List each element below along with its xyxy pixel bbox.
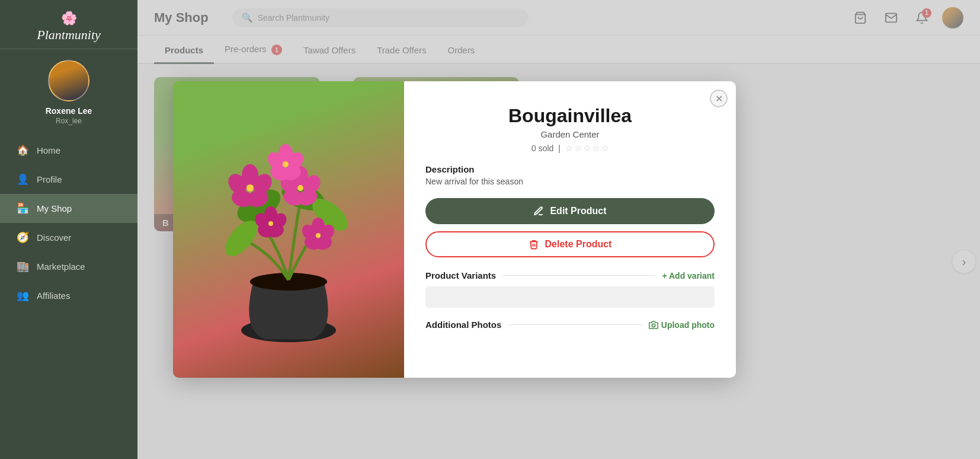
sold-count: 0 sold: [531, 144, 553, 153]
sidebar-item-label-home: Home: [37, 145, 60, 155]
logo-text: Plantmunity: [37, 27, 101, 43]
variants-divider: [503, 275, 655, 276]
modal-product-name: Bougainvillea: [425, 105, 715, 127]
description-label: Description: [425, 164, 715, 174]
avatar[interactable]: [48, 60, 89, 101]
photos-header: Additional Photos Upload photo: [425, 320, 715, 330]
star-1: ☆: [565, 143, 573, 154]
sidebar-item-discover[interactable]: 🧭 Discover: [0, 223, 137, 252]
edit-product-button[interactable]: Edit Product: [425, 198, 715, 224]
marketplace-icon: 🏬: [17, 260, 28, 273]
product-modal: ✕ Bougainvillea Garden Center 0 sold | ☆…: [173, 81, 736, 378]
svg-point-39: [283, 161, 289, 167]
sidebar-item-label-marketplace: Marketplace: [37, 262, 85, 272]
main-content: My Shop 🔍 1: [137, 0, 980, 459]
profile-icon: 👤: [17, 173, 28, 186]
edit-icon: [533, 206, 544, 216]
sidebar-item-profile[interactable]: 👤 Profile: [0, 165, 137, 194]
stats-divider: |: [558, 144, 561, 153]
svg-point-27: [246, 184, 254, 192]
star-rating: ☆ ☆ ☆ ☆ ☆: [565, 143, 609, 154]
variants-label: Product Variants: [425, 270, 496, 280]
star-3: ☆: [583, 143, 591, 154]
myshop-icon: 🏪: [17, 202, 28, 215]
add-variant-button[interactable]: + Add variant: [662, 271, 715, 280]
camera-icon: [649, 320, 658, 330]
sidebar-item-label-affiliates: Affiliates: [37, 291, 70, 301]
modal-image-side: [173, 81, 404, 378]
svg-point-45: [268, 221, 273, 226]
star-2: ☆: [574, 143, 582, 154]
modal-backdrop[interactable]: ✕ Bougainvillea Garden Center 0 sold | ☆…: [137, 0, 980, 459]
discover-icon: 🧭: [17, 231, 28, 244]
sidebar-navigation: 🏠 Home 👤 Profile 🏪 My Shop 🧭 Discover 🏬 …: [0, 136, 137, 310]
svg-point-33: [297, 185, 303, 191]
sidebar-item-marketplace[interactable]: 🏬 Marketplace: [0, 252, 137, 281]
sidebar: 🌸 Plantmunity Roxene Lee Rox_lee 🏠 Home …: [0, 0, 137, 459]
logo-icon: 🌸: [61, 11, 77, 26]
sidebar-item-label-profile: Profile: [37, 174, 62, 184]
modal-flower-image: [173, 81, 404, 378]
star-4: ☆: [592, 143, 600, 154]
sidebar-item-label-myshop: My Shop: [37, 203, 72, 213]
sidebar-item-label-discover: Discover: [37, 232, 71, 243]
modal-info-side: ✕ Bougainvillea Garden Center 0 sold | ☆…: [404, 81, 736, 378]
svg-point-52: [652, 324, 655, 327]
modal-shop-name: Garden Center: [425, 129, 715, 139]
sidebar-logo: 🌸 Plantmunity: [0, 0, 137, 49]
description-text: New arrival for this season: [425, 177, 715, 186]
sidebar-avatar-section: Roxene Lee Rox_lee: [46, 60, 92, 125]
sidebar-item-myshop[interactable]: 🏪 My Shop: [0, 194, 137, 223]
upload-photo-button[interactable]: Upload photo: [649, 320, 715, 330]
affiliates-icon: 👥: [17, 289, 28, 302]
photos-divider: [508, 324, 641, 325]
delete-product-button[interactable]: Delete Product: [425, 231, 715, 257]
sidebar-item-affiliates[interactable]: 👥 Affiliates: [0, 281, 137, 310]
avatar-image: [49, 60, 88, 101]
sidebar-handle: Rox_lee: [56, 117, 82, 125]
star-5: ☆: [601, 143, 609, 154]
svg-point-51: [316, 233, 321, 238]
sidebar-username: Roxene Lee: [46, 106, 92, 116]
home-icon: 🏠: [17, 144, 28, 157]
modal-stats: 0 sold | ☆ ☆ ☆ ☆ ☆: [425, 143, 715, 154]
trash-icon: [529, 239, 539, 250]
photos-label: Additional Photos: [425, 320, 501, 330]
variants-header: Product Variants + Add variant: [425, 270, 715, 280]
sidebar-item-home[interactable]: 🏠 Home: [0, 136, 137, 165]
variant-item-placeholder: [425, 286, 715, 308]
modal-close-button[interactable]: ✕: [710, 90, 728, 107]
